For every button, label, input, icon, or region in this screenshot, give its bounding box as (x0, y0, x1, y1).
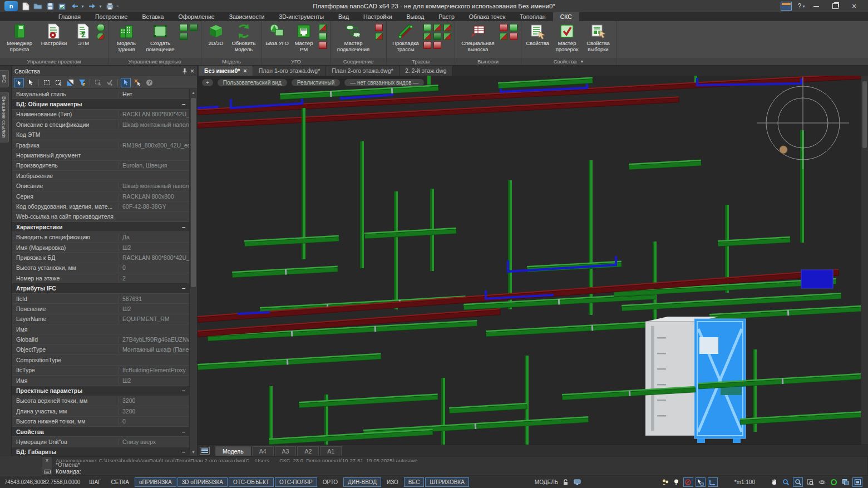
property-row[interactable]: Привязка к БД RACKLAN 800*800*42U_п (12, 253, 190, 263)
isolate-objects-icon[interactable] (829, 478, 838, 486)
zoom-window-icon[interactable] (793, 477, 803, 487)
property-row[interactable]: Свойства (12, 427, 190, 437)
property-row[interactable]: Наименование (Тип) RACKLAN 800*800*42U_п (12, 110, 190, 120)
ribbon-tab[interactable]: Вставка (135, 12, 171, 21)
pan-hand-icon[interactable] (770, 478, 778, 486)
clear-selection-icon[interactable] (132, 78, 142, 87)
properties-scrollbar[interactable]: ▲ ▼ (189, 89, 197, 456)
close-button[interactable]: × (846, 1, 862, 11)
viewport-lock-icon[interactable] (561, 478, 570, 486)
property-row[interactable]: Описание Шкаф монтажный напол... (12, 181, 190, 191)
status-toggle-button[interactable]: ИЗО (382, 477, 403, 487)
property-value[interactable]: Шкаф монтажный напол... (119, 183, 190, 189)
lights-off-icon[interactable] (683, 477, 693, 487)
property-value[interactable]: 2 (119, 275, 190, 282)
property-row[interactable]: IfcId 587631 (12, 294, 190, 304)
update-model-button[interactable]: Обновить модель (229, 23, 258, 52)
erase-tool-icon[interactable] (319, 42, 327, 49)
nanocad-logo-icon[interactable]: n (4, 1, 18, 11)
property-row[interactable]: БД: Общие параметры (12, 99, 190, 109)
command-prompt[interactable]: Команда: (56, 468, 864, 475)
property-value[interactable]: 60F-42-88-38GY (119, 203, 190, 210)
layout-tab[interactable]: А2 (297, 446, 319, 456)
ribbon-tab[interactable]: Растр (431, 12, 461, 21)
save-icon[interactable] (46, 2, 55, 11)
property-value[interactable]: Ш2 (119, 377, 190, 384)
property-value[interactable]: 0 (119, 418, 190, 425)
dynamic-ucs-icon[interactable] (708, 477, 718, 487)
property-value[interactable]: RACKLAN 800*800*42U_п (119, 254, 190, 261)
connection-master-button[interactable]: Мастер подключения (334, 23, 373, 52)
property-value[interactable]: 27B4ybLf90Rg46aEUZNvzn (119, 336, 190, 343)
lightbulb-icon[interactable] (672, 478, 681, 486)
selection-properties-button[interactable]: Свойства выборки (584, 23, 613, 52)
ribbon-tab[interactable]: Топоплан (512, 12, 553, 21)
room-center-tool-icon[interactable] (180, 33, 188, 40)
help-button[interactable]: ? (797, 2, 801, 10)
side-panel-tab[interactable]: IFC (0, 70, 9, 87)
property-value[interactable]: EQUIPMENT_RM (119, 316, 190, 322)
panel-close-icon[interactable]: × (190, 68, 194, 75)
command-window[interactable]: Автосохранение: C:\Users\buddev\AppData\… (52, 456, 868, 476)
invert-selection-icon[interactable] (65, 78, 75, 87)
property-row[interactable]: CompositionType (12, 355, 190, 365)
status-toggle-button[interactable]: оПРИВЯЗКА (135, 477, 176, 487)
status-toggle-button[interactable]: ШАГ (85, 477, 105, 487)
route-offset-tool-icon[interactable] (423, 33, 431, 40)
layout-tab[interactable]: А3 (275, 446, 297, 456)
document-tab[interactable]: План 2-ого этажа.dwg* (326, 66, 400, 76)
group-selection-icon[interactable] (93, 78, 103, 87)
property-value[interactable]: 3200 (119, 408, 190, 415)
document-tab[interactable]: 2. 2-й этаж.dwg (400, 66, 453, 76)
property-row[interactable]: Изображение (12, 171, 190, 181)
property-row[interactable]: LayerName EQUIPMENT_RM (12, 314, 190, 324)
close-icon[interactable] (243, 67, 246, 74)
undo-dropdown-icon[interactable]: ▼ (81, 4, 85, 8)
ribbon-group-label[interactable]: Свойства▼ (521, 58, 616, 65)
restore-button[interactable] (827, 1, 844, 11)
layout-tab[interactable]: А4 (252, 446, 274, 456)
route-riser-tool-icon[interactable] (433, 33, 441, 40)
print-icon[interactable] (106, 2, 115, 11)
ribbon-tab[interactable]: Вывод (400, 12, 432, 21)
equipment-rack[interactable] (645, 317, 746, 443)
route-chain-tool-icon[interactable] (433, 24, 441, 31)
property-value[interactable]: Ш2 (119, 244, 190, 251)
property-row[interactable]: Описание в спецификации Шкаф монтажный н… (12, 120, 190, 130)
properties-button[interactable]: Свойства (525, 23, 550, 46)
project-manager-button[interactable]: Менеджер проекта (3, 23, 36, 52)
viewport-scroll-thumb[interactable] (862, 81, 867, 148)
leader-cross-tool-icon[interactable] (500, 24, 507, 31)
3d-scene[interactable] (198, 76, 868, 445)
layout-tab[interactable]: Модель (215, 446, 251, 456)
zoom-extents-icon[interactable] (806, 478, 815, 486)
crossing-select-icon[interactable] (53, 78, 63, 87)
property-value[interactable]: Шкаф монтажный напол... (119, 121, 190, 128)
property-value[interactable]: 0 (119, 264, 190, 271)
monitor-icon[interactable] (573, 478, 581, 486)
pointer-mode-icon[interactable] (121, 78, 131, 87)
connection-pairs-icon[interactable] (375, 33, 383, 40)
property-value[interactable]: Ш2 (119, 305, 190, 312)
selection-cycling-icon[interactable] (696, 477, 706, 487)
ribbon-tab[interactable]: 3D-инструменты (272, 12, 331, 21)
ribbon-tab[interactable]: Настройки (356, 12, 400, 21)
property-row[interactable]: Выводить в спецификацию Да (12, 232, 190, 242)
property-row[interactable]: IfcType IfcBuildingElementProxy (12, 366, 190, 376)
route-delete-tool-icon[interactable] (423, 42, 431, 49)
undo-icon[interactable] (70, 2, 79, 11)
property-value[interactable]: Нет (119, 91, 190, 97)
viewport-scrollbar[interactable] (861, 76, 868, 445)
redo-icon[interactable] (88, 2, 97, 11)
property-value[interactable]: RACKLAN 800x800 (119, 193, 190, 200)
ugo-base-button[interactable]: База УГО (265, 23, 289, 46)
property-value[interactable]: 587631 (119, 295, 190, 302)
route-play-tool-icon[interactable] (443, 33, 451, 40)
2d3d-button[interactable]: 2D/3D (205, 23, 227, 46)
building-model-button[interactable]: Модель здания (112, 23, 141, 52)
minimize-button[interactable] (808, 1, 825, 11)
column-tool-icon[interactable] (190, 24, 198, 31)
annotation-scale[interactable]: *m1:100 (734, 479, 755, 485)
property-row[interactable]: Проектные параметры (12, 386, 190, 396)
status-toggle-button[interactable]: ВЕС (404, 477, 425, 487)
